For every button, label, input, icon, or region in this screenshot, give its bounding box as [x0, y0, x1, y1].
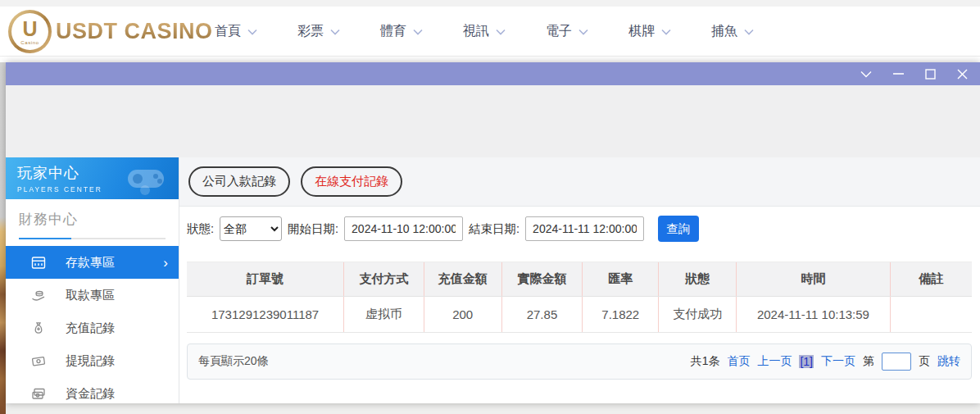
header-order-no: 訂單號 — [187, 262, 344, 297]
nav-item-sports[interactable]: 體育 — [380, 23, 423, 40]
nav-item-home[interactable]: 首頁 — [215, 23, 257, 40]
chevron-down-icon — [247, 29, 257, 35]
status-label: 狀態: — [187, 221, 214, 237]
header-status: 狀態 — [659, 262, 737, 297]
header-rate: 匯率 — [583, 262, 659, 297]
collapse-icon[interactable] — [860, 67, 873, 80]
brand-name: USDT CASINO — [56, 19, 213, 44]
background-bottom-strip — [6, 403, 980, 414]
filter-row: 狀態: 全部 開始日期: 結束日期: 查詢 — [187, 212, 972, 245]
hand-coins-icon — [30, 288, 47, 303]
banknote-icon — [30, 353, 47, 369]
cell-time: 2024-11-11 10:13:59 — [737, 297, 891, 333]
logo-circle-icon: U Casino — [8, 10, 52, 53]
sidebar-item-deposit[interactable]: 存款專區 › — [6, 246, 179, 279]
tab-online-payment-record[interactable]: 在線支付記錄 — [301, 166, 402, 197]
nav-item-chess[interactable]: 棋牌 — [628, 23, 671, 40]
cell-rate: 7.1822 — [583, 297, 659, 333]
background-page-edge — [0, 62, 6, 414]
main-nav: 首頁 彩票 體育 視訊 電子 棋牌 捕魚 — [215, 7, 754, 57]
cell-pay-method: 虚拟币 — [344, 297, 424, 333]
header-time: 時間 — [737, 262, 891, 297]
sidebar-section: 財務中心 — [6, 199, 179, 239]
sidebar-item-label: 資金記錄 — [66, 386, 115, 402]
cell-remark — [890, 297, 972, 333]
cell-status: 支付成功 — [659, 297, 737, 333]
cell-actual-amount: 27.85 — [501, 297, 583, 333]
sidebar-item-label: 存款專區 — [66, 255, 115, 271]
page-jump-input[interactable] — [882, 353, 911, 371]
banknotes-stack-icon — [30, 386, 47, 402]
header-actual-amount: 實際金額 — [501, 262, 583, 297]
chevron-down-icon — [744, 29, 754, 35]
table-header-row: 訂單號 支付方式 充值金額 實際金額 匯率 狀態 時間 備註 — [187, 262, 972, 297]
deposit-card-icon — [30, 255, 47, 271]
top-navbar: U Casino USDT CASINO 首頁 彩票 體育 視訊 電子 棋牌 — [0, 7, 980, 57]
section-divider — [19, 238, 166, 239]
start-date-input[interactable] — [344, 216, 463, 241]
end-date-label: 結束日期: — [469, 221, 519, 237]
chevron-down-icon — [330, 29, 340, 35]
page-top-strip — [0, 0, 980, 7]
page-size-text: 每頁顯示20條 — [198, 354, 269, 369]
prev-page-link[interactable]: 上一页 — [757, 354, 792, 369]
table-row: 1731291239011187 虚拟币 200 27.85 7.1822 支付… — [187, 297, 972, 333]
logo-letter: U — [22, 19, 37, 39]
nav-item-lottery[interactable]: 彩票 — [297, 23, 340, 40]
tab-company-deposit-record[interactable]: 公司入款記錄 — [188, 166, 290, 197]
header-recharge-amount: 充值金額 — [424, 262, 501, 297]
header-pay-method: 支付方式 — [344, 262, 424, 297]
pager: 共1条 首页 上一页 [1] 下一页 第 页 跳转 — [691, 353, 960, 371]
status-select[interactable]: 全部 — [220, 216, 282, 241]
jump-prefix-label: 第 — [863, 354, 874, 369]
chevron-down-icon — [413, 29, 423, 35]
sidebar-header: 玩家中心 PLAYERS CENTER — [6, 157, 179, 199]
chevron-down-icon — [661, 29, 671, 35]
sidebar-item-withdrawal-record[interactable]: 提現記錄 — [6, 344, 179, 377]
gamepad-icon — [120, 162, 170, 197]
sidebar-menu: 存款專區 › 取款專區 — [6, 246, 179, 403]
main-content: 公司入款記錄 在線支付記錄 狀態: 全部 開始日期: 結束日期: 查詢 — [179, 157, 980, 403]
section-title: 財務中心 — [19, 210, 166, 229]
maximize-icon[interactable] — [923, 67, 937, 80]
record-tabs: 公司入款記錄 在線支付記錄 — [179, 157, 980, 207]
nav-item-slots[interactable]: 電子 — [546, 23, 588, 40]
chevron-right-icon: › — [163, 256, 168, 270]
pagination-bar: 每頁顯示20條 共1条 首页 上一页 [1] 下一页 第 页 跳转 — [187, 343, 972, 380]
end-date-input[interactable] — [525, 216, 644, 241]
start-date-label: 開始日期: — [288, 221, 338, 237]
search-button[interactable]: 查詢 — [658, 216, 699, 242]
current-page-badge: [1] — [799, 355, 814, 368]
sidebar-item-label: 提現記錄 — [66, 353, 115, 369]
nav-item-video[interactable]: 視訊 — [463, 23, 506, 40]
records-table: 訂單號 支付方式 充值金額 實際金額 匯率 狀態 時間 備註 173129123… — [187, 262, 972, 333]
records-panel: 狀態: 全部 開始日期: 結束日期: 查詢 訂單號 支付方式 — [179, 207, 980, 380]
sidebar-item-recharge-record[interactable]: 充值記錄 — [6, 312, 179, 344]
next-page-link[interactable]: 下一页 — [821, 354, 855, 369]
jump-button[interactable]: 跳转 — [937, 354, 960, 369]
header-remark: 備註 — [890, 262, 972, 297]
first-page-link[interactable]: 首页 — [727, 354, 750, 369]
brand-logo[interactable]: U Casino USDT CASINO — [8, 10, 213, 53]
money-bag-icon — [30, 321, 47, 336]
cell-order-no: 1731291239011187 — [187, 297, 344, 333]
sidebar-item-label: 取款專區 — [66, 288, 115, 303]
sidebar-item-withdraw[interactable]: 取款專區 — [6, 279, 179, 312]
nav-item-fishing[interactable]: 捕魚 — [711, 23, 754, 40]
sidebar: 玩家中心 PLAYERS CENTER 財務中心 — [6, 157, 179, 403]
logo-sub-label: Casino — [20, 40, 39, 45]
window-titlebar — [6, 62, 980, 85]
cell-recharge-amount: 200 — [424, 297, 501, 333]
minimize-icon[interactable] — [892, 67, 905, 80]
total-count-text: 共1条 — [691, 354, 720, 369]
chevron-down-icon — [496, 29, 506, 35]
sidebar-item-funds-record[interactable]: 資金記錄 — [6, 377, 179, 403]
player-center-window: 玩家中心 PLAYERS CENTER 財務中心 — [6, 62, 980, 403]
close-icon[interactable] — [955, 67, 969, 80]
sidebar-item-label: 充值記錄 — [66, 321, 115, 336]
jump-suffix-label: 页 — [919, 354, 930, 369]
chevron-down-icon — [578, 29, 588, 35]
